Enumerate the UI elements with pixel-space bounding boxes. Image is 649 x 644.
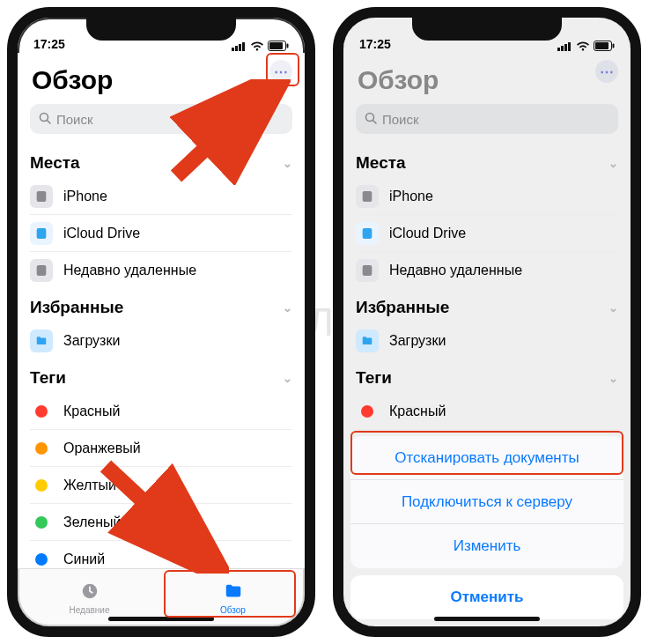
svg-line-23	[373, 120, 377, 123]
tag-item[interactable]: Синий	[30, 541, 292, 568]
clock-icon	[79, 581, 100, 603]
sheet-edit[interactable]: Изменить	[350, 524, 623, 568]
tags-heading-label: Теги	[356, 368, 392, 388]
search-placeholder: Поиск	[382, 112, 419, 127]
chevron-down-icon: ⌄	[283, 157, 292, 170]
svg-rect-0	[232, 48, 234, 51]
search-input[interactable]: Поиск	[356, 104, 618, 134]
favorite-label: Загрузки	[389, 333, 446, 349]
location-label: Недавно удаленные	[389, 263, 522, 278]
tag-color-dot	[35, 553, 48, 566]
svg-rect-20	[595, 42, 608, 49]
favorites-heading-label: Избранные	[30, 298, 123, 317]
favorite-item[interactable]: Загрузки	[30, 322, 292, 359]
tag-color-dot	[361, 405, 373, 418]
wifi-icon	[576, 41, 590, 51]
sheet-connect-server[interactable]: Подключиться к серверу	[350, 480, 623, 524]
tag-label: Оранжевый	[63, 440, 141, 456]
search-icon	[365, 112, 377, 127]
svg-rect-15	[557, 48, 560, 51]
tag-item[interactable]: Желтый	[30, 467, 292, 504]
locations-heading-label: Места	[30, 153, 80, 173]
locations-heading-label: Места	[356, 153, 406, 173]
sheet-scan-documents[interactable]: Отсканировать документы	[350, 436, 623, 480]
ellipsis-icon: ⋯	[600, 63, 614, 80]
sheet-cancel[interactable]: Отменить	[350, 575, 623, 619]
location-label: Недавно удаленные	[63, 263, 196, 278]
favorites-heading[interactable]: Избранные ⌄	[30, 289, 292, 322]
phone-left: 17:25 ⋯ Обзор Поиск	[7, 7, 315, 637]
tag-color-dot	[35, 479, 48, 492]
tag-color-dot	[35, 442, 48, 455]
location-item[interactable]: Недавно удаленные	[30, 252, 292, 289]
location-label: iPhone	[389, 189, 433, 204]
svg-rect-11	[37, 265, 47, 276]
locations-heading[interactable]: Места ⌄	[356, 144, 618, 178]
locations-heading[interactable]: Места ⌄	[30, 144, 292, 178]
tag-label: Красный	[389, 403, 446, 419]
phone-right: 17:25 ⋯ Обзор Поиск	[333, 7, 641, 637]
more-button[interactable]: ⋯	[595, 60, 618, 83]
location-icon	[30, 259, 53, 282]
home-indicator	[108, 617, 214, 621]
home-indicator	[434, 617, 540, 621]
tag-label: Желтый	[63, 477, 116, 493]
svg-rect-5	[269, 42, 283, 49]
more-button[interactable]: ⋯	[269, 60, 292, 83]
cellular-signal-icon	[232, 41, 247, 51]
tag-item[interactable]: Красный	[356, 393, 618, 430]
location-item[interactable]: iCloud Drive	[30, 215, 292, 252]
svg-rect-1	[235, 46, 238, 51]
ellipsis-icon: ⋯	[274, 63, 288, 80]
svg-rect-3	[242, 42, 245, 51]
search-input[interactable]: Поиск	[30, 104, 292, 134]
folder-icon	[30, 329, 53, 352]
folder-icon	[223, 581, 244, 603]
search-icon	[39, 112, 51, 127]
tag-label: Синий	[63, 551, 105, 567]
chevron-down-icon: ⌄	[283, 301, 292, 315]
tag-item[interactable]: Зеленый	[30, 504, 292, 541]
favorites-heading[interactable]: Избранные ⌄	[356, 289, 618, 322]
tag-color-dot	[35, 516, 48, 529]
page-title: Обзор	[30, 53, 292, 104]
svg-rect-10	[37, 228, 47, 239]
svg-line-8	[48, 120, 51, 123]
location-icon	[356, 222, 379, 245]
location-item[interactable]: iPhone	[356, 178, 618, 215]
status-time: 17:25	[33, 37, 65, 51]
tags-heading[interactable]: Теги ⌄	[356, 359, 618, 393]
location-icon	[30, 185, 53, 208]
location-item[interactable]: Недавно удаленные	[356, 252, 618, 289]
location-label: iCloud Drive	[63, 226, 140, 241]
svg-rect-24	[363, 191, 372, 202]
tags-heading-label: Теги	[30, 368, 66, 388]
location-item[interactable]: iCloud Drive	[356, 215, 618, 252]
folder-icon	[356, 329, 379, 352]
chevron-down-icon: ⌄	[608, 157, 618, 170]
tag-item[interactable]: Оранжевый	[30, 430, 292, 467]
favorite-item[interactable]: Загрузки	[356, 322, 618, 359]
location-icon	[356, 185, 379, 208]
svg-rect-17	[564, 44, 567, 51]
tag-item[interactable]: Красный	[30, 393, 292, 430]
wifi-icon	[250, 41, 264, 51]
svg-rect-26	[363, 265, 372, 276]
tags-heading[interactable]: Теги ⌄	[30, 359, 292, 393]
notch	[86, 16, 236, 41]
location-item[interactable]: iPhone	[30, 178, 292, 215]
svg-rect-9	[37, 191, 47, 202]
location-label: iPhone	[63, 189, 107, 204]
chevron-down-icon: ⌄	[283, 372, 292, 385]
tag-label: Зеленый	[63, 514, 122, 530]
location-icon	[356, 259, 379, 282]
battery-icon	[268, 41, 289, 51]
cellular-signal-icon	[557, 41, 572, 51]
status-time: 17:25	[359, 37, 391, 51]
location-icon	[30, 222, 53, 245]
favorites-heading-label: Избранные	[356, 298, 449, 317]
tab-browse-label: Обзор	[220, 605, 246, 615]
svg-rect-25	[363, 228, 372, 239]
chevron-down-icon: ⌄	[608, 372, 618, 385]
svg-rect-2	[239, 44, 241, 51]
